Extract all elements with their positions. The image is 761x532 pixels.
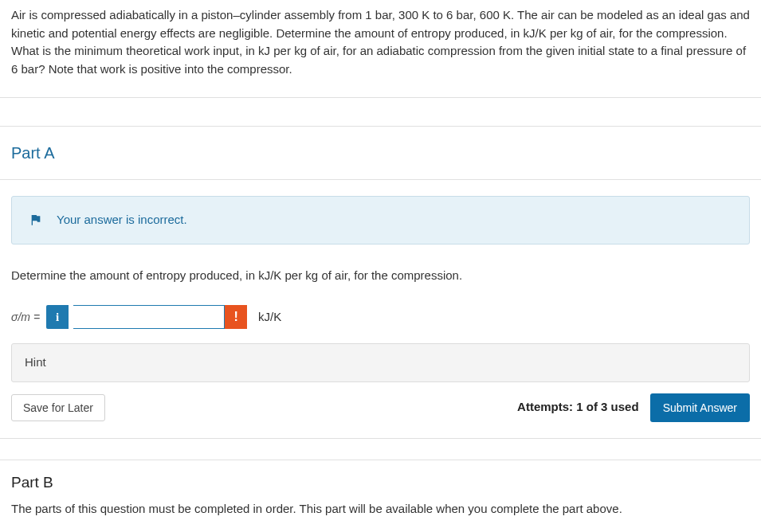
question-text: Air is compressed adiabatically in a pis… xyxy=(0,0,761,98)
error-icon: ! xyxy=(225,305,247,329)
part-b-header: Part B xyxy=(0,460,761,498)
section-spacer xyxy=(0,98,761,127)
section-divider xyxy=(0,438,761,460)
flag-icon xyxy=(29,213,42,226)
actions-row: Save for Later Attempts: 1 of 3 used Sub… xyxy=(11,393,750,422)
part-a-header: Part A xyxy=(0,127,761,180)
part-a-body: Your answer is incorrect. Determine the … xyxy=(0,180,761,433)
info-icon[interactable]: i xyxy=(46,305,69,329)
answer-input[interactable] xyxy=(73,305,225,329)
answer-row: σ/m = i ! kJ/K xyxy=(11,305,750,329)
part-a-prompt: Determine the amount of entropy produced… xyxy=(11,267,750,285)
hint-button[interactable]: Hint xyxy=(11,343,750,382)
attempts-text: Attempts: 1 of 3 used xyxy=(517,398,639,417)
save-for-later-button[interactable]: Save for Later xyxy=(11,394,105,421)
unit-label: kJ/K xyxy=(258,308,281,327)
right-actions: Attempts: 1 of 3 used Submit Answer xyxy=(517,393,750,422)
incorrect-alert: Your answer is incorrect. xyxy=(11,196,750,244)
submit-answer-button[interactable]: Submit Answer xyxy=(650,393,750,422)
variable-label: σ/m = xyxy=(11,309,40,326)
incorrect-alert-text: Your answer is incorrect. xyxy=(57,211,187,229)
part-b-locked-text: The parts of this question must be compl… xyxy=(0,497,761,532)
